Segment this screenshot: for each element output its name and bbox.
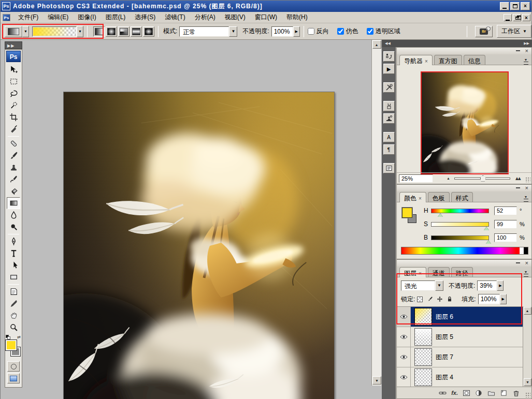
opacity-spinner-icon[interactable]: ▶	[293, 26, 300, 37]
tab-histogram[interactable]: 直方图	[434, 55, 462, 65]
zoom-tool[interactable]	[7, 321, 20, 333]
visibility-toggle[interactable]	[397, 327, 411, 347]
brightness-slider[interactable]	[431, 235, 489, 240]
menu-file[interactable]: 文件(F)	[13, 11, 43, 23]
blur-tool[interactable]	[7, 209, 20, 221]
lock-position-icon[interactable]	[436, 295, 443, 303]
layer-blend-mode-arrow-icon[interactable]: ▼	[435, 280, 443, 291]
zoom-in-icon[interactable]: ▲▲	[514, 175, 520, 181]
history-panel-button[interactable]	[383, 51, 395, 62]
workspace-button[interactable]: 工作区 ▼	[497, 25, 531, 38]
screen-mode-button[interactable]	[7, 373, 20, 383]
foreground-color-swatch[interactable]	[402, 208, 412, 218]
saturation-slider-thumb[interactable]	[484, 227, 489, 230]
go-to-bridge-button[interactable]: Br	[475, 26, 493, 37]
dodge-tool[interactable]	[7, 221, 20, 233]
menu-edit[interactable]: 编辑(E)	[43, 11, 73, 23]
blend-mode-select[interactable]: 正常 ▼	[179, 26, 237, 37]
layer-name[interactable]: 图层 4	[436, 373, 453, 382]
eraser-tool[interactable]	[7, 185, 20, 197]
hand-tool[interactable]	[7, 309, 20, 321]
lock-all-icon[interactable]	[445, 295, 453, 303]
tab-close-icon[interactable]: ×	[419, 271, 422, 276]
canvas[interactable]	[63, 92, 335, 399]
actions-panel-button[interactable]: ▶	[383, 64, 395, 74]
tool-preset-arrow[interactable]: ▼	[22, 26, 29, 37]
dock-collapse-right-icon[interactable]: ▶▶	[524, 40, 529, 47]
crop-tool[interactable]	[7, 111, 20, 123]
layer-name[interactable]: 图层 6	[436, 313, 453, 321]
layer-opacity-field[interactable]: 39% ▶	[477, 280, 504, 291]
visibility-toggle[interactable]	[397, 307, 411, 327]
panel-close-icon[interactable]: ×	[525, 48, 528, 54]
navigator-zoom-field[interactable]: 25%	[399, 174, 433, 183]
tab-channels[interactable]: 通道	[428, 267, 450, 277]
panel-resize-grip[interactable]	[525, 177, 530, 182]
minimize-button[interactable]	[500, 2, 509, 10]
adjustment-layer-icon[interactable]	[475, 390, 483, 396]
tool-presets-panel-button[interactable]	[383, 82, 395, 93]
hue-slider-thumb[interactable]	[438, 213, 443, 217]
layer-list-scrollbar[interactable]: ▲ ▼	[523, 306, 531, 387]
move-tool[interactable]	[7, 64, 20, 76]
layer-comps-panel-button[interactable]	[383, 163, 395, 173]
history-brush-tool[interactable]	[7, 173, 20, 185]
maximize-button[interactable]	[510, 2, 520, 10]
layer-fill-spinner-icon[interactable]: ▶	[500, 294, 507, 304]
gradient-picker-arrow[interactable]: ▼	[77, 26, 83, 37]
layer-opacity-spinner-icon[interactable]: ▶	[497, 280, 504, 291]
layer-row-6[interactable]: 图层 6	[397, 307, 531, 327]
scroll-up-icon[interactable]: ▲	[372, 40, 381, 49]
menu-view[interactable]: 视图(V)	[220, 11, 250, 23]
panel-menu-icon[interactable]: ▼	[522, 56, 530, 64]
lasso-tool[interactable]	[7, 87, 20, 99]
black-swatch[interactable]	[524, 247, 528, 254]
brightness-value[interactable]: 100	[494, 233, 517, 242]
doc-close-button[interactable]: ×	[522, 14, 530, 21]
quick-selection-tool[interactable]	[7, 99, 20, 111]
color-ramp[interactable]	[401, 247, 528, 255]
dither-checkbox[interactable]	[337, 28, 344, 35]
doc-minimize-button[interactable]	[504, 14, 512, 21]
opacity-value[interactable]: 100%	[271, 26, 293, 37]
scroll-down-icon[interactable]: ▼	[524, 378, 531, 386]
linear-gradient-button[interactable]	[93, 26, 105, 37]
scroll-up-icon[interactable]: ▲	[524, 307, 531, 315]
tab-swatches[interactable]: 色板	[428, 192, 450, 202]
panel-minimize-icon[interactable]	[516, 187, 520, 188]
transparency-checkbox[interactable]	[367, 28, 373, 35]
lock-transparency-icon[interactable]	[416, 295, 424, 303]
tab-navigator[interactable]: 导航器×	[399, 55, 433, 65]
hue-slider[interactable]	[431, 209, 489, 213]
notes-tool[interactable]	[7, 286, 20, 298]
eyedropper-tool[interactable]	[7, 298, 20, 309]
dither-checkbox-group[interactable]: 仿色	[337, 27, 358, 36]
character-panel-button[interactable]: A	[383, 132, 395, 142]
tab-paths[interactable]: 路径	[451, 267, 473, 277]
visibility-toggle[interactable]	[397, 347, 411, 367]
slice-tool[interactable]	[7, 123, 20, 135]
panel-menu-icon[interactable]: ▼	[522, 269, 530, 276]
path-selection-tool[interactable]	[7, 259, 20, 271]
layer-name[interactable]: 图层 5	[436, 333, 453, 342]
menu-layer[interactable]: 图层(L)	[101, 11, 131, 23]
radial-gradient-button[interactable]	[106, 26, 117, 37]
brush-tool[interactable]	[7, 150, 20, 161]
tool-preset-picker[interactable]	[5, 26, 22, 37]
hue-value[interactable]: 52	[494, 206, 517, 215]
layer-fill-field[interactable]: 100% ▶	[478, 294, 507, 304]
saturation-value[interactable]: 99	[494, 220, 517, 229]
brushes-panel-button[interactable]	[383, 101, 395, 111]
vertical-scrollbar[interactable]: ▲ ▼	[371, 40, 381, 386]
layer-thumbnail[interactable]	[414, 348, 432, 366]
doc-restore-button[interactable]	[513, 14, 521, 21]
foreground-color-swatch[interactable]	[6, 340, 17, 350]
dock-header[interactable]: ◀◀ ▶▶	[382, 40, 532, 47]
layer-row-4[interactable]: 图层 4	[397, 367, 531, 387]
layer-thumbnail[interactable]	[414, 308, 432, 326]
layer-opacity-value[interactable]: 39%	[477, 280, 497, 291]
menu-window[interactable]: 窗口(W)	[250, 11, 282, 23]
gradient-tool[interactable]	[7, 197, 20, 209]
saturation-slider[interactable]	[431, 222, 489, 227]
default-colors-icon[interactable]	[6, 335, 10, 339]
